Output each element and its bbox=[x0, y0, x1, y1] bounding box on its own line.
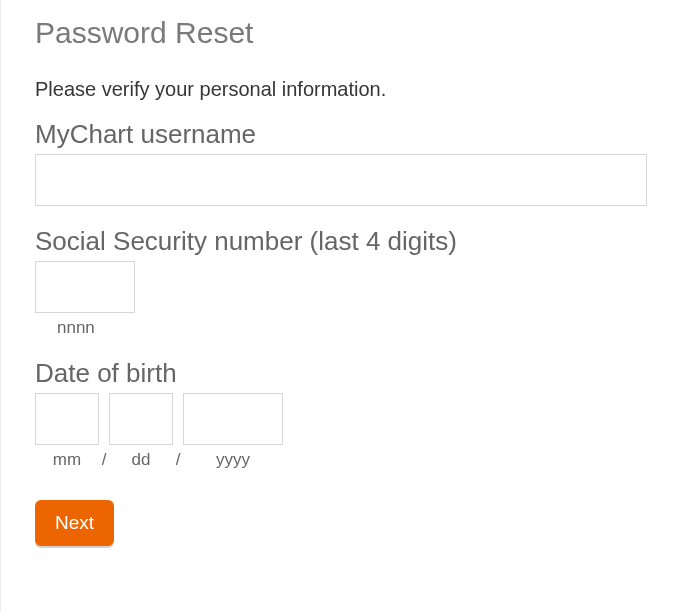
ssn-last4-input[interactable] bbox=[35, 261, 135, 313]
ssn-format-hint: nnnn bbox=[35, 318, 647, 338]
username-label: MyChart username bbox=[35, 119, 647, 150]
dob-month-hint: mm bbox=[35, 450, 99, 470]
dob-year-input[interactable] bbox=[183, 393, 283, 445]
username-field-group: MyChart username bbox=[35, 119, 647, 206]
dob-field-group: Date of birth mm / dd / yyyy bbox=[35, 358, 647, 470]
dob-separator: / bbox=[173, 450, 183, 470]
dob-day-input[interactable] bbox=[109, 393, 173, 445]
verify-instruction: Please verify your personal information. bbox=[35, 78, 647, 101]
username-input[interactable] bbox=[35, 154, 647, 206]
ssn-field-group: Social Security number (last 4 digits) n… bbox=[35, 226, 647, 338]
dob-year-hint: yyyy bbox=[183, 450, 283, 470]
ssn-label: Social Security number (last 4 digits) bbox=[35, 226, 647, 257]
dob-label: Date of birth bbox=[35, 358, 647, 389]
next-button[interactable]: Next bbox=[35, 500, 114, 546]
dob-inputs-row bbox=[35, 393, 647, 445]
dob-format-hint-row: mm / dd / yyyy bbox=[35, 450, 647, 470]
dob-day-hint: dd bbox=[109, 450, 173, 470]
action-row: Next bbox=[35, 500, 647, 546]
dob-month-input[interactable] bbox=[35, 393, 99, 445]
dob-separator: / bbox=[99, 450, 109, 470]
page-title: Password Reset bbox=[35, 16, 647, 50]
